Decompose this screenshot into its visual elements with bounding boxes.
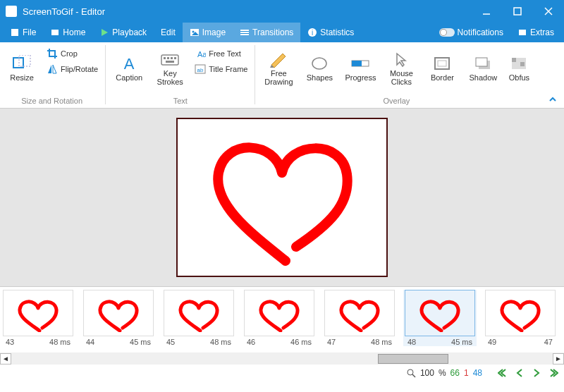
tab-playback[interactable]: Playback — [92, 23, 154, 42]
menubar: File Home Playback Edit Image Transition… — [0, 23, 564, 42]
keyboard-icon — [160, 51, 180, 68]
frame-item[interactable]: 4845 ms — [403, 290, 477, 346]
tab-notifications[interactable]: Notifications — [432, 23, 510, 42]
tab-label: File — [23, 27, 36, 37]
tab-transitions[interactable]: Transitions — [233, 23, 300, 42]
frame-item[interactable]: 4947 — [484, 290, 557, 346]
close-button[interactable] — [533, 0, 564, 23]
tab-label: Transitions — [252, 27, 293, 37]
frame-number: 48 — [407, 338, 416, 346]
tab-label: Home — [63, 27, 85, 37]
ribbon-label: Key Strokes — [152, 69, 188, 86]
collapse-ribbon-button[interactable] — [547, 94, 558, 105]
freedrawing-button[interactable]: Free Drawing — [259, 45, 298, 92]
ribbon-label: Shadow — [470, 73, 498, 82]
tab-statistics[interactable]: i Statistics — [300, 23, 361, 42]
crop-button[interactable]: Crop — [44, 47, 101, 61]
obfuscate-button[interactable]: Obfus — [505, 45, 533, 92]
crop-icon — [47, 48, 58, 59]
tab-image[interactable]: Image — [183, 23, 233, 42]
frame-thumbnail — [244, 290, 314, 336]
titleframe-icon: ab — [195, 63, 206, 75]
svg-rect-25 — [174, 57, 176, 59]
ribbon-label: Progress — [345, 73, 376, 82]
svg-rect-1 — [514, 8, 521, 15]
caption-icon: A — [119, 55, 139, 72]
ribbon-group-size: Resize Crop Flip/Rotate Size and Rotatio… — [3, 45, 101, 108]
border-icon — [432, 55, 452, 72]
nav-first-button[interactable] — [496, 367, 509, 379]
frame-duration: 48 ms — [210, 338, 231, 346]
resize-button[interactable]: Resize — [3, 45, 41, 92]
heart-drawing — [183, 123, 381, 271]
freetext-button[interactable]: Aa Free Text — [192, 47, 250, 61]
svg-point-41 — [407, 369, 413, 375]
frame-item[interactable]: 4548 ms — [162, 290, 235, 346]
transitions-icon — [240, 27, 250, 37]
ribbon-label: Free Text — [209, 49, 241, 58]
fliprotate-icon — [47, 63, 58, 75]
group-label: Overlay — [383, 94, 410, 108]
tab-label: Extras — [530, 27, 554, 37]
caption-button[interactable]: A Caption — [110, 45, 148, 92]
frame-item[interactable]: 4646 ms — [243, 290, 316, 346]
frame-item[interactable]: 4748 ms — [323, 290, 396, 346]
ribbon: Resize Crop Flip/Rotate Size and Rotatio… — [0, 42, 564, 109]
nav-last-button[interactable] — [547, 367, 560, 379]
ribbon-label: Crop — [61, 49, 78, 58]
border-button[interactable]: Border — [423, 45, 461, 92]
ribbon-label: Flip/Rotate — [61, 65, 98, 73]
svg-rect-5 — [51, 30, 59, 35]
svg-rect-11 — [240, 31, 249, 32]
image-icon — [190, 27, 200, 37]
keystrokes-button[interactable]: Key Strokes — [151, 45, 189, 92]
canvas-frame[interactable] — [176, 118, 388, 277]
frame-item[interactable]: 4348 ms — [1, 290, 75, 346]
svg-rect-39 — [512, 58, 516, 62]
maximize-button[interactable] — [502, 0, 533, 23]
freetext-icon: Aa — [195, 48, 206, 59]
fliprotate-button[interactable]: Flip/Rotate — [44, 62, 101, 76]
frame-thumbnail — [324, 290, 395, 336]
ribbon-group-text: A Caption Key Strokes Aa Free Text ab Ti… — [110, 45, 250, 108]
shadow-icon — [473, 55, 493, 72]
separator — [105, 45, 106, 104]
minimize-button[interactable] — [471, 0, 502, 23]
titleframe-button[interactable]: ab Title Frame — [192, 62, 250, 76]
window-title: ScreenToGif - Editor — [23, 6, 471, 17]
tab-label: Playback — [112, 27, 147, 37]
tab-file[interactable]: File — [3, 23, 43, 42]
shadow-button[interactable]: Shadow — [464, 45, 502, 92]
scroll-left-button[interactable]: ◄ — [0, 353, 11, 365]
tab-extras[interactable]: Extras — [510, 23, 561, 42]
frame-thumbnail — [405, 290, 475, 336]
svg-rect-37 — [476, 58, 487, 66]
progress-button[interactable]: Progress — [341, 45, 379, 92]
svg-text:Aa: Aa — [197, 50, 206, 59]
frame-number: 45 — [166, 338, 175, 346]
nav-prev-button[interactable] — [513, 367, 526, 379]
timeline-scrollbar[interactable]: ◄ ► — [0, 353, 564, 364]
app-icon — [6, 6, 17, 17]
ribbon-label: Obfus — [509, 73, 529, 82]
nav-next-button[interactable] — [530, 367, 543, 379]
shapes-button[interactable]: Shapes — [300, 45, 338, 92]
tab-home[interactable]: Home — [43, 23, 92, 42]
ribbon-label: Mouse Clicks — [384, 69, 419, 86]
play-icon — [99, 27, 109, 37]
ribbon-label: Resize — [10, 73, 34, 82]
tab-edit[interactable]: Edit — [154, 23, 183, 42]
svg-text:A: A — [124, 55, 135, 72]
frame-item[interactable]: 4445 ms — [82, 290, 155, 346]
blur-icon — [509, 55, 529, 72]
mouseclicks-button[interactable]: Mouse Clicks — [382, 45, 420, 92]
zoom-icon — [406, 368, 416, 378]
scroll-thumb[interactable] — [378, 354, 448, 364]
svg-point-30 — [312, 58, 326, 69]
frame-duration: 45 ms — [451, 338, 472, 346]
svg-text:ab: ab — [197, 67, 204, 73]
ribbon-label: Title Frame — [209, 65, 247, 73]
svg-rect-10 — [240, 30, 249, 35]
scroll-track[interactable] — [11, 353, 553, 365]
scroll-right-button[interactable]: ► — [553, 353, 564, 365]
